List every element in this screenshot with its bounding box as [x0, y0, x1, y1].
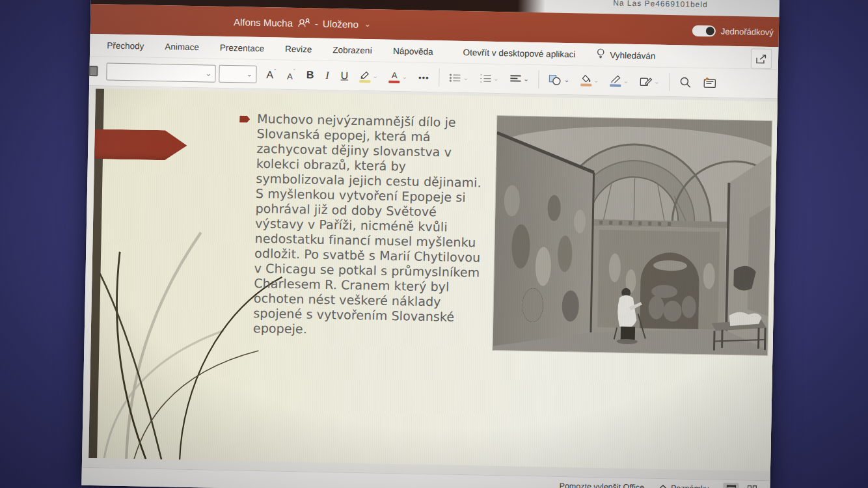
chevron-down-icon: ⌄ [463, 75, 469, 81]
toolbar-separator [439, 68, 440, 87]
grow-font-button[interactable]: A ˆ [265, 66, 277, 83]
url-text: Na Las Pe4669101beld [613, 0, 708, 9]
chevron-down-icon: ⌄ [402, 74, 408, 80]
presence-people-icon[interactable] [297, 18, 310, 28]
chevron-down-icon: ⌄ [493, 75, 499, 82]
italic-button[interactable]: I [323, 70, 331, 81]
shrink-font-button[interactable]: A ˇ [286, 66, 297, 83]
shape-outline-button[interactable]: ⌄ [608, 72, 630, 90]
chevron-down-icon: ⌄ [654, 79, 660, 85]
feedback-link[interactable]: Pomozte vylepšit Office [560, 481, 645, 488]
font-color-bar [388, 80, 400, 83]
share-button[interactable] [751, 48, 772, 69]
search-button[interactable]: Vyhledáván [596, 48, 655, 62]
new-slide-button[interactable] [701, 74, 718, 91]
bold-button[interactable]: B [305, 67, 316, 83]
highlighter-icon [360, 70, 370, 78]
simplified-ribbon-toggle-group: Jednořádkový [692, 16, 774, 47]
slide-body-textbox[interactable]: Muchovo nejvýznamnější dílo je Slovanská… [236, 111, 490, 340]
chevron-down-icon: ⌄ [593, 77, 599, 84]
shape-format-button[interactable]: ⌄ [638, 74, 661, 90]
shrink-font-label: A [287, 72, 293, 81]
font-color-letter: A [392, 70, 398, 79]
title-separator: - [315, 18, 318, 29]
font-name-select[interactable]: ⌄ [106, 62, 215, 82]
find-button[interactable] [678, 74, 692, 90]
chevron-down-icon: ⌄ [372, 73, 378, 79]
tab-napoveda[interactable]: Nápověda [393, 46, 433, 56]
font-size-select[interactable]: ⌄ [219, 64, 257, 83]
open-in-desktop-button[interactable]: Otevřít v desktopové aplikaci [463, 47, 576, 59]
notes-button[interactable]: Poznámky [658, 483, 709, 488]
shape-outline-color-bar [610, 84, 621, 87]
search-label: Vyhledáván [610, 50, 655, 61]
ribbon-toggle-label: Jednořádkový [721, 26, 774, 37]
tab-prezentace[interactable]: Prezentace [220, 42, 265, 53]
slide-paragraph: Muchovo nejvýznamnější dílo je Slovanská… [253, 111, 487, 340]
notes-chevron-icon [658, 484, 667, 488]
grow-mark-icon: ˆ [274, 68, 276, 74]
ribbon-toggle[interactable] [692, 25, 716, 36]
paint-bucket-icon [581, 74, 591, 82]
shrink-mark-icon: ˇ [293, 69, 295, 75]
document-title: Alfons Mucha [234, 16, 293, 29]
tab-zobrazeni[interactable]: Zobrazení [332, 45, 372, 55]
tab-prechody[interactable]: Přechody [107, 40, 144, 51]
outline-pen-icon [610, 75, 621, 83]
shape-fill-color-bar [580, 83, 591, 86]
clipboard-icon[interactable] [88, 66, 98, 76]
document-title-group[interactable]: Alfons Mucha - Uloženo ⌄ [234, 7, 372, 39]
normal-view-button[interactable] [723, 482, 739, 488]
lightbulb-icon [596, 48, 605, 61]
browser-screen: Na Las Pe4669101beld Alfons Mucha - Ulož… [81, 0, 780, 488]
notes-label: Poznámky [671, 483, 709, 488]
view-switcher [723, 482, 759, 488]
chevron-down-icon: ⌄ [623, 78, 629, 85]
chevron-down-icon: ⌄ [247, 70, 252, 77]
highlight-color-bar [359, 79, 370, 82]
grow-font-label: A [266, 70, 273, 80]
bullet-list-button[interactable]: ⌄ [448, 71, 470, 86]
chevron-down-icon: ⌄ [206, 70, 211, 77]
underline-button[interactable]: U [339, 68, 349, 83]
chevron-down-icon: ⌄ [523, 76, 529, 83]
bullet-arrow-icon [239, 115, 250, 122]
shape-fill-button[interactable]: ⌄ [579, 72, 601, 89]
ribbon-toggle-knob [706, 27, 714, 35]
text-highlight-button[interactable]: ⌄ [358, 67, 379, 85]
toolbar-separator [539, 70, 540, 88]
numbered-list-button[interactable]: ⌄ [478, 71, 500, 86]
font-color-button[interactable]: A ⌄ [387, 68, 409, 86]
chevron-down-icon: ⌄ [564, 77, 570, 83]
slide-photo-mucha-studio[interactable] [493, 116, 772, 355]
slide-canvas-area: Muchovo nejvýznamnější dílo je Slovanská… [82, 86, 778, 480]
tab-revize[interactable]: Revize [285, 44, 312, 54]
align-options-button[interactable]: ⌄ [508, 72, 530, 87]
arrow-accent-shape [94, 129, 187, 161]
insert-shapes-button[interactable]: ⌄ [548, 72, 571, 88]
more-font-options-button[interactable]: ••• [417, 70, 431, 84]
toolbar-separator [669, 73, 670, 91]
saved-status[interactable]: Uloženo [323, 18, 359, 29]
slide[interactable]: Muchovo nejvýznamnější dílo je Slovanská… [88, 88, 778, 471]
saved-caret-icon[interactable]: ⌄ [364, 20, 371, 29]
slide-sorter-view-button[interactable] [744, 483, 759, 488]
tab-animace[interactable]: Animace [165, 42, 199, 52]
